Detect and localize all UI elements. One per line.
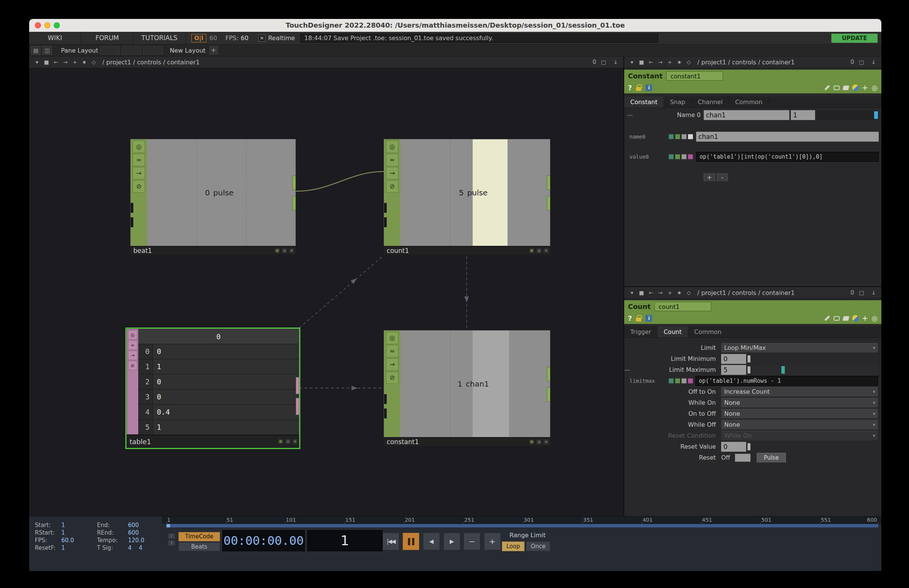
back-icon[interactable]: ← [646, 59, 656, 65]
node-name-bar[interactable]: constant1 + [384, 437, 550, 446]
input-connector[interactable] [384, 203, 387, 213]
param-mode-square[interactable] [681, 154, 687, 159]
node-dock-toggle[interactable] [536, 248, 542, 254]
layout-slot[interactable] [100, 46, 120, 55]
lock-icon[interactable] [636, 318, 641, 321]
value-slider-track[interactable] [817, 110, 879, 120]
bypass-flag-icon[interactable]: ≈ [133, 154, 145, 166]
once-button[interactable]: Once [526, 541, 550, 551]
node-body[interactable]: ◎≈→⊘ 5 pulse [384, 139, 550, 246]
step-back-button[interactable]: ◀ [423, 533, 440, 550]
node-viewer-toggle[interactable] [529, 439, 535, 445]
channel-name-input[interactable]: chan1 [704, 110, 789, 120]
zoom-out-button[interactable]: − [464, 533, 480, 550]
slider-nub[interactable] [747, 443, 750, 451]
view-menu-icon[interactable]: ▾ [627, 59, 637, 65]
bookmark-icon[interactable]: ★ [674, 59, 684, 65]
update-button[interactable]: UPDATE [831, 34, 878, 43]
add-channel-button[interactable]: + [704, 173, 715, 182]
toggle-field[interactable] [735, 454, 750, 462]
menu-item-tutorials[interactable]: TUTORIALS [134, 32, 186, 44]
parameter-path-breadcrumb[interactable]: / project1 / controls / container1 [697, 289, 795, 296]
window-icon[interactable]: □ [857, 59, 866, 65]
slider-nub[interactable] [747, 366, 750, 374]
output-connector[interactable] [547, 176, 550, 190]
edit-expression-icon[interactable] [824, 85, 830, 90]
tab-trigger[interactable]: Trigger [624, 326, 658, 338]
collapse-icon[interactable]: ↓ [611, 59, 620, 65]
tab-common[interactable]: Common [688, 326, 728, 338]
bookmark-icon[interactable]: ★ [79, 59, 89, 65]
parameter-path-breadcrumb[interactable]: / project1 / controls / container1 [697, 59, 795, 66]
node-add-button[interactable]: + [289, 248, 295, 254]
lock-flag-icon[interactable]: ⊘ [386, 372, 398, 384]
node-name-bar[interactable]: beat1 + [130, 246, 296, 255]
export-flag-icon[interactable]: → [386, 358, 398, 371]
export-flag-icon[interactable]: → [133, 167, 145, 179]
language-palette-icon[interactable] [852, 84, 859, 91]
viewer-pane-icon[interactable]: ▤ [31, 46, 40, 55]
info-icon[interactable]: i [645, 315, 652, 322]
split-pane-icon[interactable]: ◫ [42, 46, 52, 55]
param-dropdown-limit[interactable]: Loop Min/Max▾ [721, 343, 878, 353]
bypass-flag-icon[interactable]: ≈ [386, 345, 398, 357]
node-count1[interactable]: ◎≈→⊘ 5 pulse count1 [384, 139, 550, 255]
value0-expression-field[interactable]: op('table1')[int(op('count1')[0]),0] [696, 152, 879, 162]
node-constant1[interactable]: ◎≈→⊘ 1 chan1 constant1 [384, 330, 550, 446]
param-number-field[interactable]: 5 [721, 365, 746, 375]
node-viewer-toggle[interactable] [529, 248, 535, 254]
network-path-breadcrumb[interactable]: / project1 / controls / container1 [102, 59, 200, 66]
edit-expression-icon[interactable] [824, 315, 830, 321]
current-frame-display[interactable]: 1 [307, 530, 383, 551]
midi-io-badge[interactable]: O|I [191, 34, 206, 42]
window-icon[interactable]: □ [599, 59, 608, 65]
node-body[interactable]: ◎≈→⊘ 0 0011203040.451 [126, 329, 299, 435]
param-dropdown-while-on[interactable]: None▾ [721, 398, 878, 408]
output-connector[interactable] [293, 196, 296, 210]
layout-slot[interactable] [143, 46, 163, 55]
beats-mode-toggle[interactable]: I [168, 540, 175, 546]
param-mode-square[interactable] [668, 154, 674, 159]
node-add-button[interactable]: + [543, 248, 549, 254]
viewer-flag-icon[interactable]: ◎ [133, 141, 145, 153]
beats-button[interactable]: Beats [178, 542, 220, 551]
pause-button[interactable] [403, 533, 419, 550]
input-connector[interactable] [131, 217, 133, 227]
node-beat1[interactable]: ◎≈→⊘ 0 pulse [130, 139, 296, 255]
input-connector[interactable] [384, 409, 387, 418]
back-icon[interactable]: ← [646, 290, 656, 296]
param-dropdown-off-to-on[interactable]: Increase Count▾ [721, 387, 878, 397]
timeline-range-bar[interactable] [166, 524, 878, 527]
back-icon[interactable]: ← [51, 59, 61, 65]
bypass-flag-icon[interactable]: ≈ [386, 154, 398, 166]
expand-all-icon[interactable]: + [862, 84, 869, 91]
step-forward-button[interactable]: ▶ [443, 533, 460, 550]
view-menu-icon[interactable]: ▾ [32, 59, 42, 65]
bypass-flag-icon[interactable]: ≈ [128, 340, 137, 350]
node-table1[interactable]: ◎≈→⊘ 0 0011203040.451 table1 [126, 329, 299, 448]
tab-constant[interactable]: Constant [624, 97, 664, 108]
pulse-button[interactable]: Pulse [757, 453, 786, 463]
language-palette-icon[interactable] [852, 315, 859, 321]
bookmark-icon[interactable]: ★ [674, 290, 684, 296]
menu-item-wiki[interactable]: WIKI [29, 32, 81, 44]
link-icon[interactable]: ◇ [684, 59, 694, 65]
output-connector[interactable] [296, 377, 299, 394]
new-layout-button[interactable]: New Layout [170, 47, 205, 54]
node-add-button[interactable]: + [543, 439, 549, 445]
tab-channel[interactable]: Channel [692, 97, 729, 108]
tab-snap[interactable]: Snap [664, 97, 692, 108]
input-connector[interactable] [384, 217, 387, 227]
output-connector[interactable] [547, 367, 550, 381]
param-mode-square[interactable] [675, 378, 680, 384]
forward-icon[interactable]: → [61, 59, 70, 65]
operator-name-field[interactable]: constant1 [666, 71, 723, 81]
menu-item-forum[interactable]: FORUM [81, 32, 134, 44]
add-pane-icon[interactable]: + [665, 59, 674, 65]
node-body[interactable]: ◎≈→⊘ 1 chan1 [384, 330, 550, 437]
display-icon[interactable]: ■ [42, 59, 51, 65]
layout-slot[interactable] [121, 46, 141, 55]
pin-icon[interactable]: ◎ [872, 315, 878, 321]
name0-field[interactable]: chan1 [696, 132, 879, 142]
collapse-icon[interactable]: ↓ [869, 290, 878, 296]
